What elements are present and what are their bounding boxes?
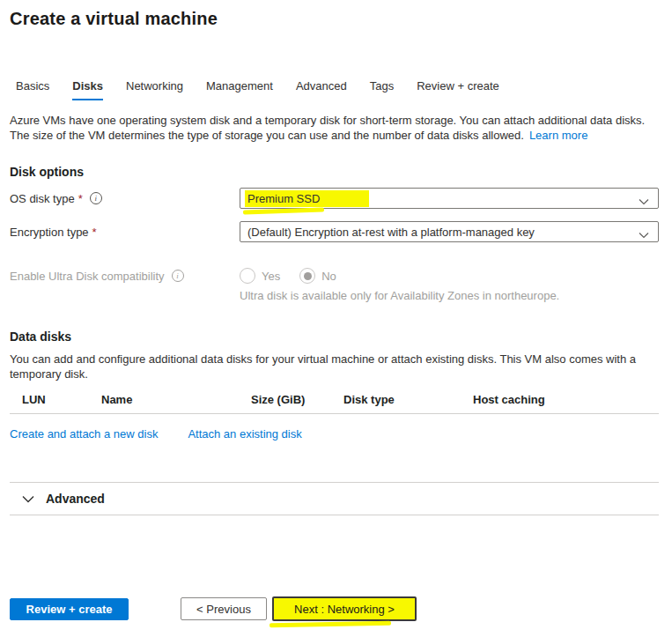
- encryption-type-label: Encryption type: [10, 226, 89, 239]
- encryption-type-control: (Default) Encryption at-rest with a plat…: [240, 221, 659, 242]
- ultra-disk-helper-text: Ultra disk is available only for Availab…: [240, 289, 659, 302]
- info-icon[interactable]: i: [90, 192, 102, 204]
- attach-existing-disk-link[interactable]: Attach an existing disk: [188, 427, 301, 441]
- tab-basics[interactable]: Basics: [16, 79, 49, 100]
- radio-yes-label: Yes: [262, 270, 280, 283]
- os-disk-type-label: OS disk type: [10, 192, 75, 205]
- radio-circle: [299, 268, 315, 284]
- previous-button[interactable]: < Previous: [181, 597, 267, 620]
- data-disks-links: Create and attach a new disk Attach an e…: [10, 427, 659, 441]
- encryption-type-row: Encryption type * (Default) Encryption a…: [10, 221, 659, 242]
- next-networking-button[interactable]: Next : Networking >: [272, 596, 417, 621]
- tab-management[interactable]: Management: [206, 79, 273, 100]
- ultra-disk-label-group: Enable Ultra Disk compatibility i: [10, 270, 240, 283]
- radio-no[interactable]: No: [299, 268, 336, 284]
- data-disks-description: You can add and configure additional dat…: [10, 352, 659, 381]
- column-name: Name: [101, 393, 251, 406]
- info-icon[interactable]: i: [172, 270, 184, 282]
- required-marker: *: [78, 192, 83, 205]
- column-disk-type: Disk type: [343, 393, 473, 406]
- column-lun: LUN: [22, 393, 101, 406]
- chevron-down-icon: [22, 493, 34, 506]
- os-disk-type-label-group: OS disk type * i: [10, 192, 240, 205]
- required-marker: *: [92, 226, 97, 239]
- learn-more-link[interactable]: Learn more: [529, 129, 587, 142]
- encryption-type-dropdown[interactable]: (Default) Encryption at-rest with a plat…: [240, 221, 659, 242]
- os-disk-type-control: Premium SSD: [240, 188, 659, 209]
- review-create-button[interactable]: Review + create: [10, 598, 129, 620]
- disk-options-heading: Disk options: [10, 165, 659, 179]
- os-disk-type-dropdown[interactable]: Premium SSD: [240, 188, 659, 209]
- tab-advanced[interactable]: Advanced: [296, 79, 347, 100]
- os-disk-type-value: Premium SSD: [245, 190, 369, 207]
- intro-paragraph: Azure VMs have one operating system disk…: [10, 114, 659, 143]
- tab-networking[interactable]: Networking: [126, 79, 183, 100]
- tab-disks[interactable]: Disks: [72, 79, 103, 100]
- radio-no-label: No: [321, 270, 336, 283]
- tab-tags[interactable]: Tags: [370, 79, 394, 100]
- ultra-disk-label: Enable Ultra Disk compatibility: [10, 270, 165, 283]
- column-host-caching: Host caching: [473, 393, 659, 406]
- create-attach-new-disk-link[interactable]: Create and attach a new disk: [10, 427, 158, 441]
- data-disks-table-header: LUN Name Size (GiB) Disk type Host cachi…: [10, 393, 659, 414]
- tab-review-create[interactable]: Review + create: [417, 79, 499, 100]
- ultra-disk-radio-group: Yes No: [240, 268, 659, 284]
- encryption-type-value: (Default) Encryption at-rest with a plat…: [247, 226, 535, 239]
- ultra-disk-row: Enable Ultra Disk compatibility i Yes No: [10, 268, 659, 284]
- page-title: Create a virtual machine: [10, 9, 659, 29]
- os-disk-type-row: OS disk type * i Premium SSD: [10, 188, 659, 209]
- advanced-expander[interactable]: Advanced: [10, 482, 659, 515]
- ultra-disk-control: Yes No: [240, 268, 659, 284]
- radio-circle: [240, 268, 255, 284]
- advanced-expander-label: Advanced: [46, 492, 105, 506]
- column-size: Size (GiB): [251, 393, 343, 406]
- create-vm-page: Create a virtual machine Basics Disks Ne…: [0, 0, 672, 515]
- chevron-down-icon: [639, 228, 649, 241]
- chevron-down-icon: [639, 195, 649, 208]
- tab-bar: Basics Disks Networking Management Advan…: [10, 79, 659, 100]
- encryption-type-label-group: Encryption type *: [10, 226, 240, 239]
- data-disks-heading: Data disks: [10, 330, 659, 344]
- radio-yes[interactable]: Yes: [240, 268, 280, 284]
- wizard-footer: Review + create < Previous Next : Networ…: [10, 596, 417, 621]
